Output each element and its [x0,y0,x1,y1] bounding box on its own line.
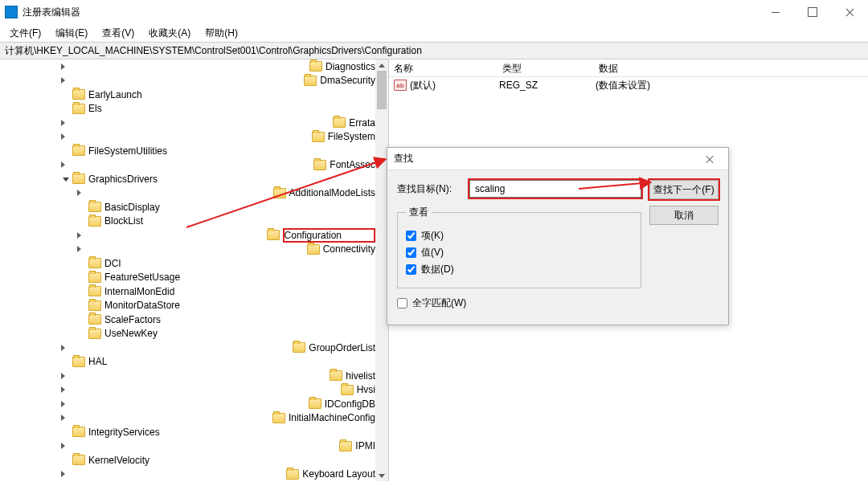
folder-icon [88,300,101,311]
lookat-legend: 查看 [406,206,432,219]
expand-icon[interactable] [61,77,302,84]
tree-item-label: Els [88,103,102,114]
folder-icon [72,174,85,184]
tree-item[interactable]: GroupOrderList [0,341,375,355]
folder-icon [330,370,342,381]
folder-icon [88,272,101,283]
menu-help[interactable]: 帮助(H) [199,24,244,43]
folder-icon [304,76,317,86]
tree-item[interactable]: MonitorDataStore [0,299,375,313]
tree-item[interactable]: InternalMonEdid [0,284,375,299]
tree-item[interactable]: FileSystem [0,130,375,145]
tree-item[interactable]: DCI [0,256,375,271]
folder-icon [273,188,286,198]
tree-item[interactable]: Diagnostics [0,59,375,74]
tree-item[interactable]: Errata [0,116,375,130]
folder-icon [339,441,352,451]
dialog-title: 查找 [394,152,413,165]
expand-icon[interactable] [61,120,331,126]
expand-icon[interactable] [61,373,328,379]
tree-item-label: InitialMachineConfig [289,412,375,423]
col-type[interactable]: 类型 [497,62,594,76]
scroll-down-icon[interactable] [375,470,388,481]
menu-favorites[interactable]: 收藏夹(A) [142,24,197,43]
tree-item[interactable]: AdditionalModeLists [0,186,375,201]
expand-icon[interactable] [61,386,339,393]
tree-pane: DiagnosticsDmaSecurityEarlyLaunchElsErra… [0,59,389,481]
tree-item[interactable]: Configuration [0,228,375,243]
chk-values[interactable]: 值(V) [406,246,633,259]
expand-icon[interactable] [77,190,272,196]
tree-item[interactable]: hivelist [0,369,375,383]
folder-icon [88,202,101,212]
tree-item[interactable]: ScaleFactors [0,312,375,327]
tree-item[interactable]: EarlyLaunch [0,88,375,102]
expand-icon[interactable] [77,232,265,239]
expand-icon[interactable] [61,174,71,183]
tree-item-label: IDConfigDB [325,398,375,410]
tree-item-label: Connectivity [323,243,375,255]
tree-item[interactable]: HAL [0,355,375,370]
scroll-up-icon[interactable] [375,59,388,71]
find-next-button[interactable]: 查找下一个(F) [649,180,719,199]
expand-icon[interactable] [61,63,308,70]
tree-item[interactable]: FeatureSetUsage [0,271,375,285]
close-button[interactable] [831,0,868,24]
app-icon [5,6,18,18]
tree-item[interactable]: GraphicsDrivers [0,172,375,186]
tree-item[interactable]: DmaSecurity [0,74,375,88]
folder-icon [72,145,85,156]
col-name[interactable]: 名称 [389,62,497,76]
minimize-button[interactable] [757,0,794,24]
menu-edit[interactable]: 编辑(E) [49,24,94,43]
dialog-close-button[interactable] [698,153,722,165]
expand-icon[interactable] [61,161,312,168]
expand-icon[interactable] [61,471,285,477]
tree-item[interactable]: IntegrityServices [0,425,375,439]
tree-item[interactable]: UseNewKey [0,327,375,341]
chk-data[interactable]: 数据(D) [406,263,633,276]
tree-item[interactable]: Connectivity [0,243,375,257]
tree-item[interactable]: BlockList [0,214,375,229]
tree-item[interactable]: FontAssoc [0,158,375,173]
tree-item[interactable]: Hvsi [0,383,375,398]
menu-file[interactable]: 文件(F) [3,24,47,43]
menu-view[interactable]: 查看(V) [96,24,141,43]
find-target-input[interactable] [469,180,641,198]
tree-item[interactable]: IPMI [0,439,375,454]
list-row[interactable]: ab(默认)REG_SZ(数值未设置) [389,77,868,93]
folder-icon [88,216,101,227]
tree-item-label: MonitorDataStore [104,300,180,311]
tree-item-label: Keyboard Layout [302,468,375,480]
tree-item-label: FileSystemUtilities [88,145,167,157]
folder-icon [72,357,85,367]
tree-item[interactable]: KernelVelocity [0,453,375,468]
tree-item[interactable]: Els [0,102,375,116]
expand-icon[interactable] [61,133,310,140]
expand-icon[interactable] [61,345,291,351]
tree-item[interactable]: Keyboard Layout [0,468,375,482]
folder-icon [88,258,101,268]
folder-icon [72,89,85,100]
tree-item-label: BasicDisplay [104,202,160,213]
tree-item-label: GraphicsDrivers [88,174,158,185]
col-data[interactable]: 数据 [594,62,868,76]
expand-icon[interactable] [77,246,305,252]
expand-icon[interactable] [61,415,271,421]
window-title: 注册表编辑器 [23,6,80,19]
tree-item[interactable]: BasicDisplay [0,200,375,214]
string-value-icon: ab [394,80,407,91]
expand-icon[interactable] [61,401,307,407]
scroll-thumb[interactable] [377,71,387,109]
folder-icon [307,244,320,255]
address-bar[interactable]: 计算机\HKEY_LOCAL_MACHINE\SYSTEM\ControlSet… [0,42,868,59]
maximize-button[interactable] [794,0,831,24]
tree-item[interactable]: FileSystemUtilities [0,144,375,158]
expand-icon[interactable] [61,443,338,449]
chk-keys[interactable]: 项(K) [406,229,633,243]
tree-item[interactable]: InitialMachineConfig [0,411,375,426]
cancel-button[interactable]: 取消 [649,206,719,225]
tree-item[interactable]: IDConfigDB [0,397,375,411]
chk-wholeword[interactable]: 全字匹配(W) [397,296,641,310]
tree-item-label: InternalMonEdid [104,286,174,297]
